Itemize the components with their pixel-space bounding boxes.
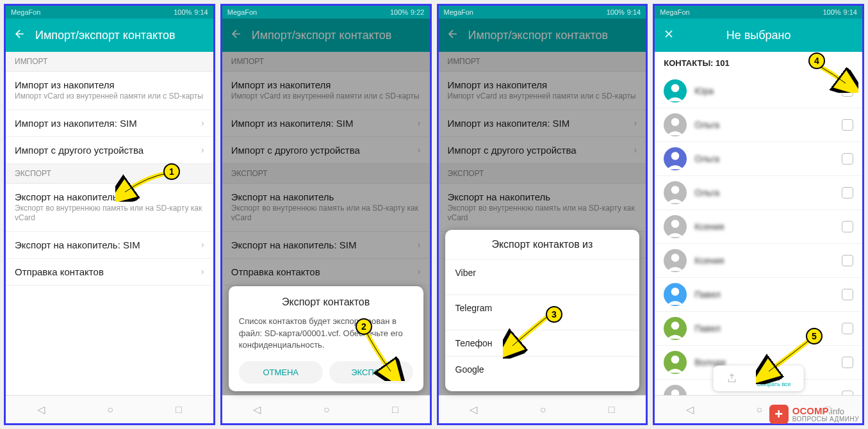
item-export-storage[interactable]: Экспорт на накопительЭкспорт во внутренн…	[222, 184, 430, 232]
select-all-button[interactable]: Выбрать все	[757, 369, 791, 387]
phone-2: MegaFon 100% 9:22 Импорт/экспорт контакт…	[220, 4, 432, 425]
contact-row[interactable]: Ольга	[655, 142, 862, 176]
svg-point-9	[671, 220, 680, 228]
phone-4: MegaFon 100% 9:14 Не выбрано КОНТАКТЫ: 1…	[653, 4, 864, 425]
back-icon[interactable]	[13, 28, 26, 43]
section-import: ИМПОРТ	[6, 52, 213, 72]
carrier-label: MegaFon	[11, 8, 40, 16]
chevron-right-icon: ›	[418, 118, 421, 128]
item-import-storage[interactable]: Импорт из накопителяИмпорт vCard из внут…	[6, 72, 213, 110]
checkbox[interactable]	[842, 153, 853, 165]
close-icon[interactable]	[662, 28, 675, 43]
nav-back-icon[interactable]: ◁	[37, 403, 45, 416]
item-import-sim[interactable]: Импорт из накопителя: SIM›	[6, 110, 213, 137]
carrier-label: MegaFon	[227, 8, 257, 16]
status-bar: MegaFon 100% 9:14	[439, 6, 646, 19]
export-dialog: Экспорт контактов Список контактов будет…	[229, 286, 423, 391]
avatar	[664, 283, 687, 306]
checkbox[interactable]	[842, 391, 853, 395]
svg-point-3	[671, 118, 680, 126]
contact-row[interactable]: Ольга	[655, 176, 862, 210]
contact-name: Ксения	[694, 255, 834, 266]
status-bar: MegaFon 100% 9:14	[655, 6, 862, 19]
contact-row[interactable]: Павел	[655, 312, 862, 346]
svg-point-15	[671, 321, 680, 330]
contacts-list[interactable]: КОНТАКТЫ: 101 Юра Ольга Ольга Ольга Ксен…	[655, 52, 862, 395]
item-send-contacts[interactable]: Отправка контактов›	[222, 259, 430, 286]
item-import-other[interactable]: Импорт с другого устройства›	[439, 137, 646, 164]
sheet-item-phone[interactable]: Телефон	[445, 330, 640, 357]
sheet-item-telegram[interactable]: Telegram	[445, 295, 640, 330]
page-title: Не выбрано	[684, 29, 833, 42]
sheet-item-viber[interactable]: Viber	[445, 260, 640, 295]
item-export-sim[interactable]: Экспорт на накопитель: SIM›	[6, 232, 213, 259]
svg-point-11	[671, 254, 680, 262]
cancel-button[interactable]: ОТМЕНА	[239, 361, 323, 384]
nav-recent-icon[interactable]: □	[609, 404, 615, 416]
contact-name: Ольга	[694, 188, 834, 198]
contact-name: Юра	[694, 86, 834, 96]
item-import-storage[interactable]: Импорт из накопителяИмпорт vCard из внут…	[222, 72, 430, 110]
svg-point-5	[671, 152, 680, 160]
item-import-other[interactable]: Импорт с другого устройства›	[222, 137, 430, 164]
nav-home-icon[interactable]: ○	[756, 404, 762, 416]
battery-label: 100%	[174, 8, 192, 16]
avatar	[664, 385, 687, 395]
contact-row[interactable]: Ксения	[655, 210, 862, 244]
app-bar: Не выбрано	[655, 19, 862, 52]
watermark: + OCOMP.info ВОПРОСЫ АДМИНУ	[769, 405, 859, 424]
bottom-action-bar: Выбрать все	[714, 366, 804, 391]
nav-back-icon[interactable]: ◁	[686, 403, 694, 416]
contact-row[interactable]: Юра	[655, 74, 862, 108]
section-export: ЭКСПОРТ	[6, 164, 213, 184]
item-import-sim[interactable]: Импорт из накопителя: SIM›	[222, 110, 430, 137]
phone-1: MegaFon 100% 9:14 Импорт/экспорт контакт…	[4, 4, 215, 425]
export-from-sheet: Экспорт контактов из Viber Telegram Теле…	[445, 230, 640, 391]
item-import-other[interactable]: Импорт с другого устройства›	[6, 137, 213, 164]
item-import-sim[interactable]: Импорт из накопителя: SIM›	[439, 110, 646, 137]
checkbox[interactable]	[842, 187, 853, 198]
item-import-storage[interactable]: Импорт из накопителяИмпорт vCard из внут…	[439, 72, 646, 110]
avatar	[664, 351, 687, 374]
contact-name: Павел	[694, 289, 834, 300]
nav-home-icon[interactable]: ○	[323, 404, 330, 416]
sheet-item-google[interactable]: Google	[445, 357, 640, 391]
checkbox[interactable]	[842, 119, 853, 131]
svg-point-7	[671, 186, 680, 194]
nav-recent-icon[interactable]: □	[176, 404, 182, 416]
svg-point-1	[671, 84, 680, 92]
nav-recent-icon[interactable]: □	[392, 404, 398, 416]
svg-rect-20	[770, 371, 778, 379]
item-export-sim[interactable]: Экспорт на накопитель: SIM›	[222, 232, 430, 259]
dialog-text: Список контактов будет экспортирован в ф…	[239, 316, 413, 351]
contact-row[interactable]: Ксения	[655, 244, 862, 278]
checkbox[interactable]	[842, 85, 853, 97]
export-button[interactable]: ЭКСПОРТ	[329, 361, 413, 384]
chevron-right-icon: ›	[418, 266, 421, 277]
nav-bar: ◁ ○ □	[6, 395, 213, 423]
item-send-contacts[interactable]: Отправка контактов›	[6, 259, 213, 286]
content-area: ИМПОРТ Импорт из накопителяИмпорт vCard …	[6, 52, 213, 395]
share-button[interactable]	[726, 373, 738, 384]
chevron-right-icon: ›	[418, 239, 421, 250]
nav-home-icon[interactable]: ○	[107, 404, 113, 416]
checkbox[interactable]	[842, 255, 853, 266]
app-bar: Импорт/экспорт контактов	[222, 19, 430, 52]
back-icon[interactable]	[446, 28, 459, 43]
chevron-right-icon: ›	[201, 118, 204, 128]
contact-row[interactable]: Ольга	[655, 108, 862, 142]
back-icon[interactable]	[230, 28, 243, 43]
contact-row[interactable]: Павел	[655, 278, 862, 312]
chevron-right-icon: ›	[201, 239, 204, 250]
checkbox[interactable]	[842, 323, 853, 334]
checkbox[interactable]	[842, 221, 853, 232]
item-export-storage[interactable]: Экспорт на накопительЭкспорт во внутренн…	[439, 184, 646, 232]
sheet-title: Экспорт контактов из	[445, 230, 640, 260]
checkbox[interactable]	[842, 357, 853, 368]
contact-name: Павел	[694, 323, 834, 334]
nav-back-icon[interactable]: ◁	[253, 403, 261, 416]
checkbox[interactable]	[842, 289, 853, 300]
nav-back-icon[interactable]: ◁	[470, 403, 477, 416]
nav-home-icon[interactable]: ○	[540, 404, 546, 416]
item-export-storage[interactable]: Экспорт на накопительЭкспорт во внутренн…	[6, 184, 213, 232]
